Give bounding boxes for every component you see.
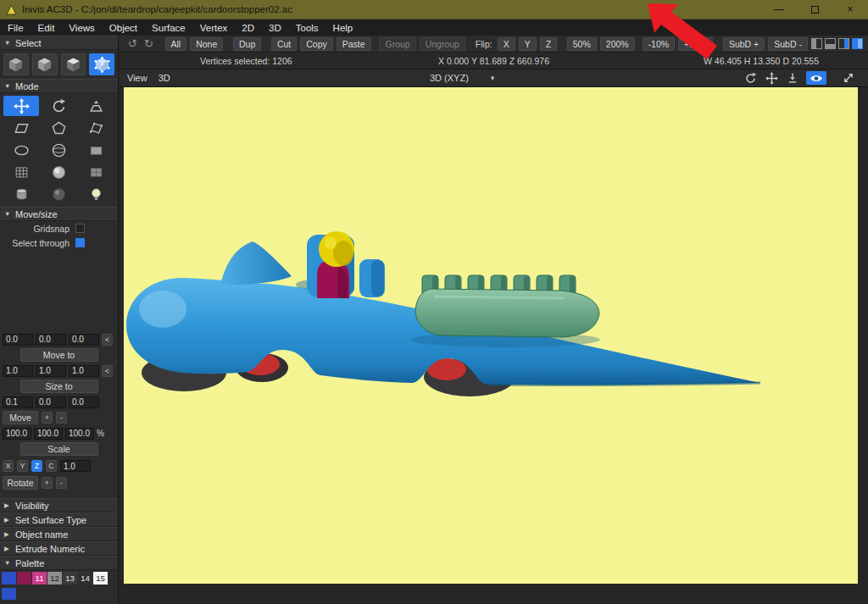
move-to-x-field[interactable] bbox=[3, 334, 33, 346]
menu-vertex[interactable]: Vertex bbox=[200, 23, 228, 33]
menu-help[interactable]: Help bbox=[333, 23, 353, 33]
rotate-minus-button[interactable]: - bbox=[56, 477, 67, 489]
light-tool-button[interactable] bbox=[79, 184, 114, 204]
move-plus-button[interactable]: + bbox=[42, 412, 53, 424]
palette-swatch[interactable]: 13 bbox=[63, 572, 77, 585]
axis-x-button[interactable]: X bbox=[3, 460, 14, 472]
scale-x-field[interactable] bbox=[3, 428, 31, 440]
shear-tool-button[interactable] bbox=[3, 118, 39, 138]
size-to-x-field[interactable] bbox=[3, 365, 33, 377]
move-to-y-field[interactable] bbox=[36, 334, 66, 346]
menu-edit[interactable]: Edit bbox=[38, 23, 55, 33]
palette-swatch[interactable]: 14 bbox=[78, 572, 92, 585]
move-tool-button[interactable] bbox=[3, 96, 39, 116]
section-object-name[interactable]: ▶ Object name bbox=[0, 527, 118, 541]
palette-swatch[interactable]: 12 bbox=[47, 572, 62, 585]
viewport-3d-canvas[interactable] bbox=[124, 87, 858, 584]
flip-y-button[interactable]: Y bbox=[519, 37, 537, 51]
group-button[interactable]: Group bbox=[379, 37, 415, 51]
menu-file[interactable]: File bbox=[8, 23, 24, 33]
sphere-tool-button[interactable] bbox=[41, 162, 76, 182]
cut-button[interactable]: Cut bbox=[271, 37, 297, 51]
palette-swatch[interactable]: 11 bbox=[32, 572, 47, 585]
select-all-button[interactable]: All bbox=[165, 37, 187, 51]
move-step-x-field[interactable] bbox=[3, 396, 33, 408]
move-minus-button[interactable]: - bbox=[56, 412, 67, 424]
grid-plane-tool-button[interactable] bbox=[79, 162, 114, 182]
geodesic-tool-button[interactable] bbox=[41, 184, 76, 204]
menu-object[interactable]: Object bbox=[109, 23, 137, 33]
duplicate-button[interactable]: Dup bbox=[233, 37, 261, 51]
paste-button[interactable]: Paste bbox=[337, 37, 371, 51]
menu-views[interactable]: Views bbox=[69, 23, 94, 33]
copy-button[interactable]: Copy bbox=[300, 37, 333, 51]
flip-z-button[interactable]: Z bbox=[540, 37, 557, 51]
section-move-size[interactable]: ▼ Move/size bbox=[0, 207, 118, 221]
subd-minus-button[interactable]: SubD - bbox=[768, 37, 808, 51]
palette-swatch[interactable] bbox=[2, 588, 16, 600]
polygon-tool-button[interactable] bbox=[41, 118, 76, 138]
axis-y-button[interactable]: Y bbox=[17, 460, 28, 472]
scale-z-field[interactable] bbox=[65, 428, 94, 440]
zoom-50-button[interactable]: 50% bbox=[567, 37, 597, 51]
undo-icon[interactable]: ↺ bbox=[128, 38, 137, 49]
section-mode[interactable]: ▼ Mode bbox=[0, 79, 118, 93]
section-set-surface-type[interactable]: ▶ Set Surface Type bbox=[0, 513, 118, 527]
section-extrude-numeric[interactable]: ▶ Extrude Numeric bbox=[0, 541, 118, 556]
rotate-tool-button[interactable] bbox=[41, 96, 76, 116]
move-to-button[interactable]: Move to bbox=[20, 348, 98, 362]
size-to-z-field[interactable] bbox=[69, 365, 99, 377]
scale-button[interactable]: Scale bbox=[20, 442, 98, 456]
select-group-button[interactable] bbox=[3, 53, 29, 75]
copy-selection-button[interactable]: < bbox=[102, 334, 113, 346]
scale-y-field[interactable] bbox=[34, 428, 63, 440]
fit-view-button[interactable] bbox=[785, 71, 800, 85]
axis-z-button[interactable]: Z bbox=[31, 460, 42, 472]
rotate-angle-field[interactable] bbox=[60, 460, 91, 472]
select-none-button[interactable]: None bbox=[190, 37, 223, 51]
zoom-in-button[interactable]: +10% bbox=[678, 37, 713, 51]
redo-icon[interactable]: ↻ bbox=[144, 38, 153, 49]
menu-3d[interactable]: 3D bbox=[269, 23, 281, 33]
menu-2d[interactable]: 2D bbox=[242, 23, 254, 33]
palette-swatch[interactable]: 15 bbox=[93, 572, 108, 585]
ungroup-button[interactable]: Ungroup bbox=[420, 37, 465, 51]
section-palette[interactable]: ▼ Palette bbox=[0, 556, 118, 570]
mesh-tool-button[interactable] bbox=[3, 162, 39, 182]
plane-tool-button[interactable] bbox=[79, 140, 114, 160]
menu-tools[interactable]: Tools bbox=[296, 23, 319, 33]
zoom-200-button[interactable]: 200% bbox=[600, 37, 635, 51]
disc-tool-button[interactable] bbox=[41, 140, 76, 160]
pan-view-button[interactable] bbox=[764, 71, 779, 85]
zoom-out-button[interactable]: -10% bbox=[643, 37, 676, 51]
cylinder-tool-button[interactable] bbox=[3, 184, 39, 204]
select-vertex-button[interactable] bbox=[89, 53, 114, 75]
layout-split-right-blue-icon[interactable] bbox=[838, 38, 849, 49]
scale-tool-button[interactable] bbox=[79, 96, 114, 116]
axis-c-button[interactable]: C bbox=[46, 460, 57, 472]
projection-dropdown[interactable]: 3D (XYZ) ▾ bbox=[430, 73, 494, 83]
move-to-z-field[interactable] bbox=[69, 334, 99, 346]
flip-x-button[interactable]: X bbox=[498, 37, 515, 51]
select-through-checkbox[interactable] bbox=[75, 238, 85, 247]
copy-size-button[interactable]: < bbox=[102, 365, 113, 377]
rotate-button[interactable]: Rotate bbox=[3, 476, 38, 490]
layout-split-bottom-icon[interactable] bbox=[825, 38, 836, 49]
palette-swatch[interactable] bbox=[2, 572, 16, 585]
size-to-y-field[interactable] bbox=[36, 365, 66, 377]
layout-split-left-icon[interactable] bbox=[811, 38, 822, 49]
move-step-z-field[interactable] bbox=[69, 396, 99, 408]
ellipse-tool-button[interactable] bbox=[3, 140, 39, 160]
minimize-button[interactable]: — bbox=[761, 0, 797, 19]
subd-plus-button[interactable]: SubD + bbox=[723, 37, 765, 51]
section-select[interactable]: ▼ Select bbox=[0, 36, 118, 50]
rotate-plus-button[interactable]: + bbox=[42, 477, 53, 489]
move-step-y-field[interactable] bbox=[36, 396, 66, 408]
visibility-toggle-button[interactable] bbox=[806, 71, 826, 85]
gridsnap-checkbox[interactable] bbox=[75, 224, 85, 233]
maximize-button[interactable] bbox=[797, 0, 832, 19]
menu-surface[interactable]: Surface bbox=[152, 23, 186, 33]
size-to-button[interactable]: Size to bbox=[20, 380, 98, 393]
move-button[interactable]: Move bbox=[3, 411, 38, 424]
close-button[interactable]: × bbox=[832, 0, 868, 19]
